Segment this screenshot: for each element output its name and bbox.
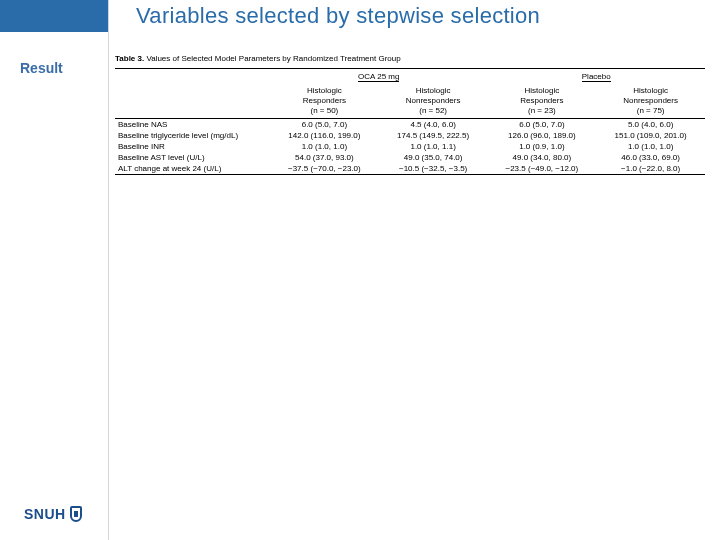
table-cell: −37.5 (−70.0, −23.0) <box>270 163 379 175</box>
logo-mark-icon <box>70 506 82 522</box>
table-cell: −10.5 (−32.5, −3.5) <box>379 163 488 175</box>
sub-header-n: (n = 23) <box>528 106 556 115</box>
group-header-oca: OCA 25 mg <box>358 72 399 82</box>
table-cell: 4.5 (4.0, 6.0) <box>379 119 488 131</box>
row-label: Baseline triglyceride level (mg/dL) <box>115 130 270 141</box>
slide-root: Variables selected by stepwise selection… <box>0 0 720 540</box>
table-cell: 46.0 (33.0, 69.0) <box>596 152 705 163</box>
table-caption: Table 3. Values of Selected Model Parame… <box>115 54 705 63</box>
sidebar-result-label: Result <box>20 60 63 76</box>
vertical-divider <box>108 0 109 540</box>
table-header-empty <box>115 69 270 119</box>
sub-header-n: (n = 52) <box>419 106 447 115</box>
table-row: Baseline AST level (U/L) 54.0 (37.0, 93.… <box>115 152 705 163</box>
table-caption-text: Values of Selected Model Parameters by R… <box>146 54 400 63</box>
table-cell: 5.0 (4.0, 6.0) <box>596 119 705 131</box>
table-cell: 151.0 (109.0, 201.0) <box>596 130 705 141</box>
table-row: ALT change at week 24 (U/L) −37.5 (−70.0… <box>115 163 705 175</box>
table-group-header: OCA 25 mg <box>270 69 488 85</box>
table-cell: 49.0 (34.0, 80.0) <box>488 152 597 163</box>
table-group-header: Placebo <box>488 69 706 85</box>
table-cell: 142.0 (116.0, 199.0) <box>270 130 379 141</box>
logo-text: SNUH <box>24 506 66 522</box>
sub-header-line: Histologic <box>525 86 560 95</box>
table-sub-header: Histologic Responders (n = 23) <box>488 84 597 119</box>
row-label: Baseline INR <box>115 141 270 152</box>
sub-header-line: Nonresponders <box>406 96 461 105</box>
table-sub-header: Histologic Responders (n = 50) <box>270 84 379 119</box>
table-cell: 49.0 (35.0, 74.0) <box>379 152 488 163</box>
table-row: Baseline triglyceride level (mg/dL) 142.… <box>115 130 705 141</box>
table-cell: 6.0 (5.0, 7.0) <box>488 119 597 131</box>
sub-header-n: (n = 50) <box>310 106 338 115</box>
table-cell: −1.0 (−22.0, 8.0) <box>596 163 705 175</box>
table-cell: 1.0 (0.9, 1.0) <box>488 141 597 152</box>
title-bar-accent <box>0 0 108 32</box>
table-cell: 126.0 (96.0, 189.0) <box>488 130 597 141</box>
table-cell: 1.0 (1.0, 1.0) <box>270 141 379 152</box>
row-label: Baseline AST level (U/L) <box>115 152 270 163</box>
row-label: Baseline NAS <box>115 119 270 131</box>
group-header-placebo: Placebo <box>582 72 611 82</box>
table-row: Baseline NAS 6.0 (5.0, 7.0) 4.5 (4.0, 6.… <box>115 119 705 131</box>
sub-header-line: Histologic <box>416 86 451 95</box>
data-table-container: Table 3. Values of Selected Model Parame… <box>115 54 705 175</box>
sub-header-line: Responders <box>303 96 346 105</box>
data-table: OCA 25 mg Placebo Histologic Responders … <box>115 68 705 175</box>
sub-header-line: Responders <box>520 96 563 105</box>
table-cell: 6.0 (5.0, 7.0) <box>270 119 379 131</box>
table-cell: −23.5 (−49.0, −12.0) <box>488 163 597 175</box>
sub-header-line: Nonresponders <box>623 96 678 105</box>
table-cell: 54.0 (37.0, 93.0) <box>270 152 379 163</box>
row-label: ALT change at week 24 (U/L) <box>115 163 270 175</box>
sub-header-line: Histologic <box>633 86 668 95</box>
sub-header-n: (n = 75) <box>637 106 665 115</box>
logo: SNUH <box>24 506 82 522</box>
table-cell: 1.0 (1.0, 1.1) <box>379 141 488 152</box>
table-row: Baseline INR 1.0 (1.0, 1.0) 1.0 (1.0, 1.… <box>115 141 705 152</box>
table-body: Baseline NAS 6.0 (5.0, 7.0) 4.5 (4.0, 6.… <box>115 119 705 175</box>
slide-title: Variables selected by stepwise selection <box>108 0 720 32</box>
table-caption-number: Table 3. <box>115 54 144 63</box>
table-sub-header: Histologic Nonresponders (n = 75) <box>596 84 705 119</box>
sub-header-line: Histologic <box>307 86 342 95</box>
table-cell: 1.0 (1.0, 1.0) <box>596 141 705 152</box>
table-cell: 174.5 (149.5, 222.5) <box>379 130 488 141</box>
table-sub-header: Histologic Nonresponders (n = 52) <box>379 84 488 119</box>
